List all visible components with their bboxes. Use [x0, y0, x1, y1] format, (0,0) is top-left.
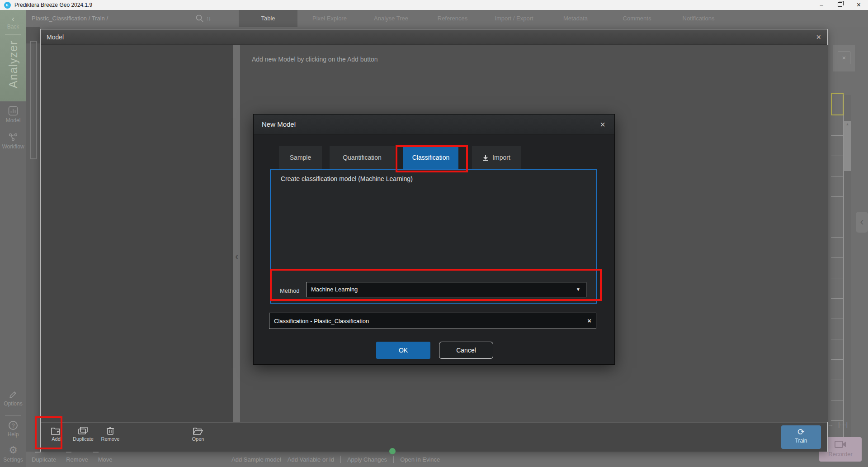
search-icon[interactable] [195, 14, 204, 23]
dialog-tab-sample[interactable]: Sample [279, 146, 322, 169]
bottom-duplicate-button[interactable]: Duplicate [32, 456, 56, 463]
model-list-panel [41, 45, 233, 422]
background-panel: × [833, 45, 855, 71]
workflow-icon [8, 132, 18, 142]
sidebar: ‹ Back Analyzer Model Workflow Options ?… [0, 10, 26, 467]
back-label: Back [0, 24, 26, 30]
remove-model-button[interactable]: Remove [99, 425, 122, 442]
sidebar-analyzer-section: ‹ Back Analyzer [0, 10, 26, 101]
tab-notifications[interactable]: Notifications [669, 10, 728, 27]
dialog-tab-import[interactable]: Import [472, 146, 521, 169]
tab-metadata[interactable]: Metadata [546, 10, 605, 27]
restore-icon[interactable] [838, 0, 842, 10]
close-icon[interactable]: × [600, 114, 605, 134]
folder-add-icon [51, 426, 61, 435]
close-icon[interactable]: × [857, 0, 861, 10]
download-icon [482, 154, 489, 161]
import-tab-label: Import [492, 154, 510, 161]
apply-changes-button[interactable]: Apply Changes [347, 456, 387, 463]
background-table-strip: × ▲ ‹ [831, 27, 868, 452]
camera-icon [835, 440, 846, 448]
sidebar-help-label: Help [0, 431, 26, 438]
tab-analyse-tree[interactable]: Analyse Tree [362, 10, 420, 27]
method-dropdown[interactable]: Machine Learning ▼ [306, 282, 586, 297]
add-sample-model-button[interactable]: Add Sample model [231, 456, 281, 463]
clear-icon[interactable]: × [587, 313, 591, 329]
sidebar-item-options[interactable]: Options [0, 390, 26, 407]
scrollbar[interactable]: ▲ [844, 95, 851, 452]
sidebar-workflow-label: Workflow [0, 143, 26, 150]
sidebar-model-label: Model [0, 117, 26, 124]
duplicate-label: Duplicate [71, 436, 95, 442]
cancel-button[interactable]: Cancel [439, 342, 493, 359]
chevron-down-icon: ▼ [576, 282, 580, 297]
background-panel-stub [26, 27, 40, 452]
train-label: Train [781, 438, 821, 444]
selected-cell-highlight [831, 93, 844, 115]
trash-icon [106, 426, 115, 435]
separator [340, 456, 341, 463]
tab-comments[interactable]: Comments [608, 10, 666, 27]
background-mini-icons: → |···| [827, 421, 848, 428]
dialog-title: New Model [262, 114, 296, 134]
sort-icon[interactable]: ↑↓ [206, 15, 210, 22]
open-label: Open [186, 436, 210, 442]
sidebar-item-workflow[interactable]: Workflow [0, 132, 26, 150]
close-icon[interactable]: × [816, 29, 821, 45]
chevron-left-icon[interactable]: ‹ [233, 251, 240, 262]
minimize-icon[interactable]: – [820, 0, 823, 10]
empty-state-hint: Add new Model by clicking on the Add but… [252, 56, 378, 63]
sidebar-options-label: Options [0, 400, 26, 407]
app-logo-icon: b. [4, 2, 11, 9]
close-icon[interactable]: × [838, 52, 850, 64]
sidebar-divider [5, 415, 21, 416]
sidebar-settings-label: Settings [0, 457, 26, 463]
add-variable-button[interactable]: Add Variable or Id [288, 456, 334, 463]
model-window-title: Model [47, 29, 64, 45]
tab-pixel-explore[interactable]: Pixel Explore [300, 10, 359, 27]
dialog-tab-classification[interactable]: Classification [403, 146, 458, 169]
tab-table[interactable]: Table [239, 10, 297, 27]
sidebar-item-settings[interactable]: ⚙ Settings [0, 445, 26, 463]
collapse-panel-button[interactable]: ‹ [856, 212, 868, 233]
bottom-remove-button[interactable]: Remove [66, 456, 88, 463]
main-tab-bar: Table Pixel Explore Analyse Tree Referen… [239, 10, 728, 27]
add-model-button[interactable]: Add [44, 425, 68, 442]
scrollbar-thumb[interactable]: ▲ [844, 121, 851, 171]
tab-references[interactable]: References [423, 10, 482, 27]
train-button[interactable]: ⟳ Train [781, 425, 821, 449]
add-label: Add [44, 436, 68, 442]
sidebar-item-help[interactable]: ? Help [0, 421, 26, 438]
back-chevron-icon: ‹ [0, 14, 26, 23]
duplicate-icon [78, 426, 89, 435]
new-model-dialog: New Model × Sample Quantification Classi… [253, 114, 615, 365]
panel-description: Create classification model (Machine Lea… [281, 175, 413, 182]
model-window-titlebar[interactable]: Model × [41, 29, 827, 45]
pencil-icon [9, 390, 18, 399]
tab-import-export[interactable]: Import / Export [485, 10, 543, 27]
open-model-button[interactable]: Open [186, 425, 210, 442]
duplicate-model-button[interactable]: Duplicate [71, 425, 95, 442]
dialog-tab-quantification[interactable]: Quantification [330, 146, 395, 169]
sidebar-item-model[interactable]: Model [0, 106, 26, 124]
classification-tab-panel: Create classification model (Machine Lea… [270, 169, 597, 304]
panel-divider[interactable]: ‹ [233, 45, 240, 452]
help-icon: ? [9, 421, 18, 430]
refresh-icon: ⟳ [781, 427, 821, 438]
topbar: Plastic_Classification / Train / ↑↓ Tabl… [26, 10, 868, 27]
method-value: Machine Learning [311, 282, 358, 297]
ok-button[interactable]: OK [376, 342, 430, 359]
os-titlebar: b. Prediktera Breeze Geo 2024.1.9 – × [0, 0, 868, 10]
recorder-label: Recorder [819, 451, 862, 457]
back-button[interactable]: ‹ Back [0, 10, 26, 30]
range-icon: |···| [838, 421, 848, 428]
model-name-field: × [269, 313, 596, 329]
table-rows [831, 115, 844, 452]
open-in-evince-button[interactable]: Open in Evince [400, 456, 440, 463]
folder-open-icon [193, 426, 203, 435]
dialog-titlebar[interactable]: New Model × [254, 114, 614, 134]
screen: b. Prediktera Breeze Geo 2024.1.9 – × ‹ … [0, 0, 868, 467]
model-name-input[interactable] [269, 313, 581, 329]
bottom-move-button[interactable]: Move [98, 456, 113, 463]
breadcrumb[interactable]: Plastic_Classification / Train / [32, 10, 108, 27]
